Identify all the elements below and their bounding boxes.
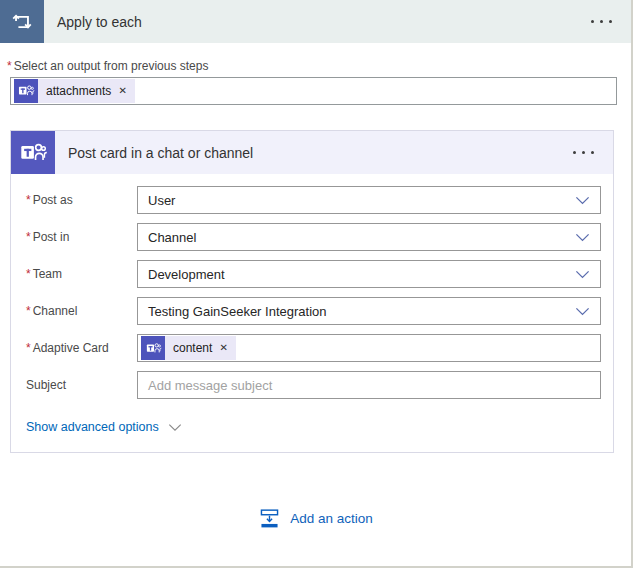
- action-menu-button[interactable]: [554, 131, 613, 174]
- team-value: Development: [148, 267, 225, 282]
- chevron-down-icon: [575, 233, 590, 242]
- team-label: *Team: [26, 260, 137, 288]
- flow-designer-canvas: Apply to each *Select an output from pre…: [0, 0, 635, 573]
- scope-title: Apply to each: [44, 14, 572, 30]
- post-in-label: *Post in: [26, 223, 137, 251]
- post-card-action: Post card in a chat or channel *Post as …: [10, 130, 614, 453]
- required-asterisk: *: [7, 59, 12, 73]
- add-action-button[interactable]: Add an action: [0, 506, 631, 530]
- field-row-team: *Team Development: [26, 260, 601, 288]
- post-as-dropdown[interactable]: User: [137, 186, 601, 214]
- scope-menu-button[interactable]: [572, 0, 631, 43]
- chevron-down-icon: [575, 196, 590, 205]
- subject-input[interactable]: Add message subject: [137, 371, 601, 399]
- chevron-down-icon: [168, 423, 182, 432]
- action-card-body: *Post as User *Post in Channel: [11, 174, 613, 435]
- post-as-label: *Post as: [26, 186, 137, 214]
- more-options-icon: [591, 20, 594, 23]
- token-label: content ✕: [165, 336, 236, 360]
- subject-label: Subject: [26, 371, 137, 399]
- field-row-adaptive-card: *Adaptive Card: [26, 334, 601, 362]
- field-row-subject: Subject Add message subject: [26, 371, 601, 399]
- field-row-post-as: *Post as User: [26, 186, 601, 214]
- add-action-label: Add an action: [290, 511, 373, 526]
- teams-icon: [141, 336, 165, 360]
- show-advanced-options-link[interactable]: Show advanced options: [26, 420, 182, 434]
- adaptive-card-input[interactable]: content ✕: [137, 334, 601, 362]
- more-options-icon: [573, 151, 576, 154]
- channel-label: *Channel: [26, 297, 137, 325]
- action-title-bar: Post card in a chat or channel: [55, 131, 613, 174]
- remove-token-button[interactable]: ✕: [219, 343, 227, 353]
- loop-icon: [0, 0, 44, 43]
- chevron-down-icon: [575, 270, 590, 279]
- insert-action-icon: [258, 506, 281, 530]
- output-input[interactable]: attachments ✕: [10, 77, 617, 105]
- adaptive-card-label: *Adaptive Card: [26, 334, 137, 362]
- field-row-post-in: *Post in Channel: [26, 223, 601, 251]
- token-label: attachments ✕: [38, 79, 135, 103]
- team-dropdown[interactable]: Development: [137, 260, 601, 288]
- teams-icon: [11, 131, 55, 174]
- chevron-down-icon: [575, 307, 590, 316]
- apply-to-each-header[interactable]: Apply to each: [0, 0, 631, 43]
- output-field-label: *Select an output from previous steps: [7, 59, 208, 73]
- subject-placeholder: Add message subject: [148, 378, 272, 393]
- remove-token-button[interactable]: ✕: [118, 86, 126, 96]
- post-as-value: User: [148, 193, 175, 208]
- attachments-token[interactable]: attachments ✕: [14, 79, 135, 103]
- post-in-value: Channel: [148, 230, 196, 245]
- action-title: Post card in a chat or channel: [55, 145, 554, 161]
- teams-icon: [14, 79, 38, 103]
- channel-dropdown[interactable]: Testing GainSeeker Integration: [137, 297, 601, 325]
- post-in-dropdown[interactable]: Channel: [137, 223, 601, 251]
- field-row-channel: *Channel Testing GainSeeker Integration: [26, 297, 601, 325]
- apply-to-each-title-bar: Apply to each: [44, 0, 631, 43]
- action-card-header[interactable]: Post card in a chat or channel: [11, 131, 613, 174]
- channel-value: Testing GainSeeker Integration: [148, 304, 327, 319]
- apply-to-each-scope: Apply to each *Select an output from pre…: [0, 0, 633, 568]
- content-token[interactable]: content ✕: [141, 336, 236, 360]
